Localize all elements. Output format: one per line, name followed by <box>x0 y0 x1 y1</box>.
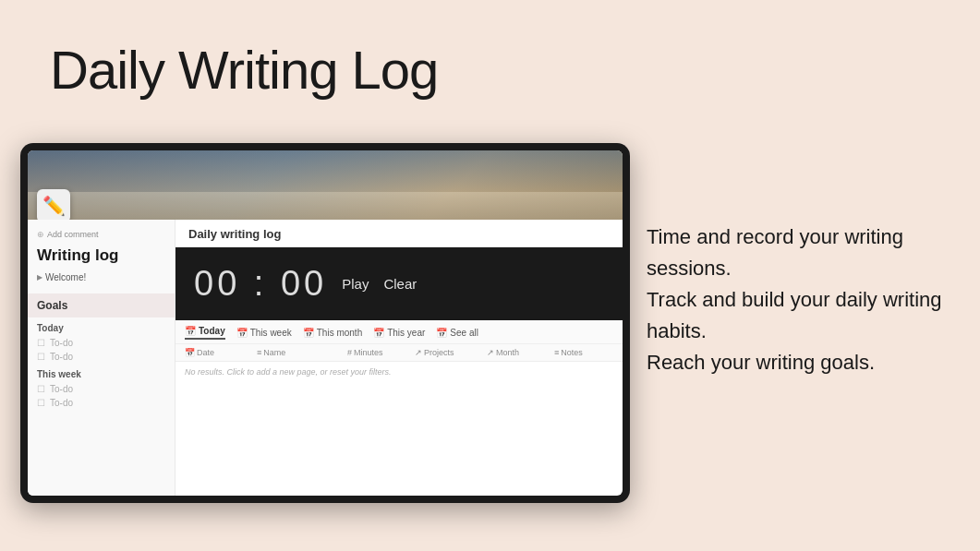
today-label: Today <box>28 317 175 336</box>
tab-this-month-icon: 📅 <box>303 328 314 338</box>
tab-this-week-label: This week <box>250 328 292 338</box>
projects-icon: ↗ <box>415 348 422 357</box>
col-projects: ↗ Projects <box>415 348 479 357</box>
description-block: Time and record your writing sessions. T… <box>647 222 961 378</box>
content-area: Add comment Writing log Welcome! Goals T… <box>28 220 623 496</box>
writing-log-title: Writing log <box>28 245 175 270</box>
laptop-frame: ✏️ Add comment Writing log Welcome! Goal… <box>20 143 630 503</box>
col-month: ↗ Month <box>487 348 547 357</box>
description-line1: Time and record your writing sessions. <box>647 225 903 280</box>
todo-item-3[interactable]: To-do <box>28 382 175 396</box>
page-title: Daily Writing Log <box>50 39 438 101</box>
todo-item-1[interactable]: To-do <box>28 336 175 350</box>
no-results: No results. Click to add a new page, or … <box>175 362 623 382</box>
clear-button[interactable]: Clear <box>383 276 417 292</box>
tab-this-week[interactable]: 📅 This week <box>236 326 292 340</box>
daily-writing-log-header: Daily writing log <box>175 220 623 247</box>
month-icon: ↗ <box>487 348 494 357</box>
tab-this-year[interactable]: 📅 This year <box>373 326 425 340</box>
todo-item-4[interactable]: To-do <box>28 396 175 410</box>
header-image: ✏️ <box>28 150 623 220</box>
col-notes: ≡ Notes <box>554 348 613 357</box>
col-minutes: # Minutes <box>347 348 407 357</box>
goals-header: Goals <box>28 293 175 317</box>
todo-item-2[interactable]: To-do <box>28 350 175 364</box>
description-line3: Reach your writing goals. <box>647 351 875 374</box>
name-icon: ≡ <box>257 348 261 357</box>
notes-icon: ≡ <box>554 348 559 357</box>
tab-bar: 📅 Today 📅 This week 📅 This month 📅 This … <box>175 320 623 344</box>
tab-see-all-icon: 📅 <box>436 328 447 338</box>
add-comment[interactable]: Add comment <box>28 227 175 245</box>
tab-this-month[interactable]: 📅 This month <box>303 326 362 340</box>
writing-icon: ✏️ <box>37 189 70 220</box>
minutes-icon: # <box>347 348 352 357</box>
tab-this-year-label: This year <box>387 328 425 338</box>
tab-this-month-label: This month <box>317 328 362 338</box>
timer-area: 00 : 00 Play Clear <box>175 247 623 320</box>
laptop-screen: ✏️ Add comment Writing log Welcome! Goal… <box>28 150 623 496</box>
table-header: 📅 Date ≡ Name # Minutes ↗ Projects <box>175 344 623 362</box>
main-content: Daily writing log 00 : 00 Play Clear 📅 T… <box>175 220 623 496</box>
sidebar: Add comment Writing log Welcome! Goals T… <box>28 220 175 496</box>
date-icon: 📅 <box>185 348 195 357</box>
tab-see-all-label: See all <box>450 328 478 338</box>
tab-today-label: Today <box>199 326 225 336</box>
tab-today-icon: 📅 <box>185 326 196 336</box>
col-date: 📅 Date <box>185 348 249 357</box>
timer-display: 00 : 00 <box>194 264 327 304</box>
play-button[interactable]: Play <box>342 276 369 292</box>
tab-this-year-icon: 📅 <box>373 328 384 338</box>
tab-see-all[interactable]: 📅 See all <box>436 326 478 340</box>
tab-this-week-icon: 📅 <box>236 328 248 338</box>
col-name: ≡ Name <box>257 348 340 357</box>
this-week-label: This week <box>28 364 175 382</box>
welcome-item[interactable]: Welcome! <box>28 270 175 290</box>
tab-today[interactable]: 📅 Today <box>185 326 225 340</box>
description-line2: Track and build your daily writing habit… <box>647 288 942 342</box>
